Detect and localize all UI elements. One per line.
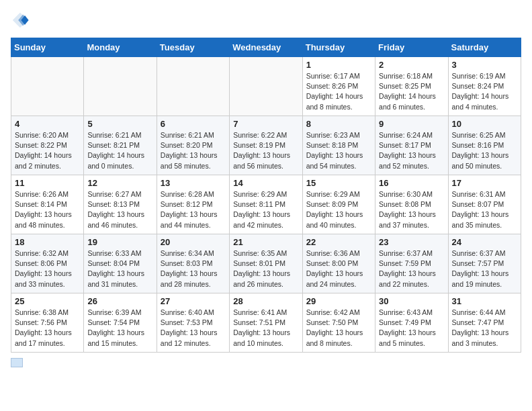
calendar-cell: 17Sunrise: 6:31 AMSunset: 8:07 PMDayligh… <box>448 175 521 234</box>
day-info: Sunrise: 6:29 AMSunset: 8:11 PMDaylight:… <box>233 189 298 230</box>
calendar-cell: 29Sunrise: 6:42 AMSunset: 7:50 PMDayligh… <box>302 293 375 353</box>
day-info: Sunrise: 6:18 AMSunset: 8:25 PMDaylight:… <box>379 71 444 112</box>
day-number: 1 <box>306 60 371 70</box>
calendar-table: SundayMondayTuesdayWednesdayThursdayFrid… <box>11 38 521 353</box>
day-number: 6 <box>161 119 226 129</box>
calendar-cell: 15Sunrise: 6:29 AMSunset: 8:09 PMDayligh… <box>302 175 375 234</box>
day-number: 9 <box>379 119 444 129</box>
day-info: Sunrise: 6:27 AMSunset: 8:13 PMDaylight:… <box>87 189 152 230</box>
header-row: SundayMondayTuesdayWednesdayThursdayFrid… <box>11 38 521 57</box>
day-info: Sunrise: 6:37 AMSunset: 7:57 PMDaylight:… <box>452 248 517 289</box>
calendar-cell: 4Sunrise: 6:20 AMSunset: 8:22 PMDaylight… <box>11 116 84 175</box>
day-number: 20 <box>161 237 226 247</box>
calendar-cell: 8Sunrise: 6:23 AMSunset: 8:18 PMDaylight… <box>302 116 375 175</box>
calendar-week-1: 1Sunrise: 6:17 AMSunset: 8:26 PMDaylight… <box>11 57 521 116</box>
day-number: 18 <box>15 237 80 247</box>
calendar-header: SundayMondayTuesdayWednesdayThursdayFrid… <box>11 38 521 57</box>
day-info: Sunrise: 6:31 AMSunset: 8:07 PMDaylight:… <box>452 189 517 230</box>
day-number: 2 <box>379 60 444 70</box>
day-number: 28 <box>233 296 298 306</box>
calendar-cell <box>157 57 229 116</box>
day-number: 8 <box>306 119 371 129</box>
day-number: 14 <box>233 178 298 188</box>
calendar-cell: 16Sunrise: 6:30 AMSunset: 8:08 PMDayligh… <box>375 175 448 234</box>
day-info: Sunrise: 6:41 AMSunset: 7:51 PMDaylight:… <box>233 308 298 349</box>
calendar-cell <box>84 57 157 116</box>
day-number: 21 <box>233 237 298 247</box>
day-number: 12 <box>87 178 152 188</box>
day-number: 22 <box>306 237 371 247</box>
header-day-monday: Monday <box>84 38 157 57</box>
day-info: Sunrise: 6:21 AMSunset: 8:21 PMDaylight:… <box>87 130 152 171</box>
legend <box>11 358 521 367</box>
day-number: 25 <box>15 296 80 306</box>
day-number: 23 <box>379 237 444 247</box>
calendar-week-5: 25Sunrise: 6:38 AMSunset: 7:56 PMDayligh… <box>11 293 521 353</box>
day-number: 15 <box>306 178 371 188</box>
day-info: Sunrise: 6:36 AMSunset: 8:00 PMDaylight:… <box>306 248 371 289</box>
calendar-cell <box>11 57 84 116</box>
header <box>11 11 521 30</box>
header-day-tuesday: Tuesday <box>157 38 229 57</box>
calendar-cell: 7Sunrise: 6:22 AMSunset: 8:19 PMDaylight… <box>230 116 302 175</box>
header-day-sunday: Sunday <box>11 38 84 57</box>
calendar-cell: 23Sunrise: 6:37 AMSunset: 7:59 PMDayligh… <box>375 234 448 293</box>
calendar-cell: 26Sunrise: 6:39 AMSunset: 7:54 PMDayligh… <box>84 293 157 353</box>
day-number: 30 <box>379 296 444 306</box>
day-number: 26 <box>87 296 152 306</box>
calendar-cell: 11Sunrise: 6:26 AMSunset: 8:14 PMDayligh… <box>11 175 84 234</box>
calendar-cell: 13Sunrise: 6:28 AMSunset: 8:12 PMDayligh… <box>157 175 229 234</box>
calendar-cell: 25Sunrise: 6:38 AMSunset: 7:56 PMDayligh… <box>11 293 84 353</box>
calendar-cell: 14Sunrise: 6:29 AMSunset: 8:11 PMDayligh… <box>230 175 302 234</box>
day-info: Sunrise: 6:43 AMSunset: 7:49 PMDaylight:… <box>379 308 444 349</box>
logo <box>11 11 32 30</box>
calendar-cell: 21Sunrise: 6:35 AMSunset: 8:01 PMDayligh… <box>230 234 302 293</box>
calendar-cell: 27Sunrise: 6:40 AMSunset: 7:53 PMDayligh… <box>157 293 229 353</box>
day-number: 10 <box>452 119 517 129</box>
day-number: 7 <box>233 119 298 129</box>
calendar-cell: 6Sunrise: 6:21 AMSunset: 8:20 PMDaylight… <box>157 116 229 175</box>
day-number: 16 <box>379 178 444 188</box>
day-info: Sunrise: 6:42 AMSunset: 7:50 PMDaylight:… <box>306 308 371 349</box>
day-number: 27 <box>161 296 226 306</box>
calendar-cell: 22Sunrise: 6:36 AMSunset: 8:00 PMDayligh… <box>302 234 375 293</box>
day-info: Sunrise: 6:37 AMSunset: 7:59 PMDaylight:… <box>379 248 444 289</box>
calendar-cell: 3Sunrise: 6:19 AMSunset: 8:24 PMDaylight… <box>448 57 521 116</box>
day-info: Sunrise: 6:39 AMSunset: 7:54 PMDaylight:… <box>87 308 152 349</box>
day-info: Sunrise: 6:30 AMSunset: 8:08 PMDaylight:… <box>379 189 444 230</box>
calendar-cell: 28Sunrise: 6:41 AMSunset: 7:51 PMDayligh… <box>230 293 302 353</box>
day-info: Sunrise: 6:44 AMSunset: 7:47 PMDaylight:… <box>452 308 517 349</box>
day-info: Sunrise: 6:32 AMSunset: 8:06 PMDaylight:… <box>15 248 80 289</box>
day-info: Sunrise: 6:17 AMSunset: 8:26 PMDaylight:… <box>306 71 371 112</box>
day-number: 17 <box>452 178 517 188</box>
calendar-cell: 9Sunrise: 6:24 AMSunset: 8:17 PMDaylight… <box>375 116 448 175</box>
calendar-cell: 2Sunrise: 6:18 AMSunset: 8:25 PMDaylight… <box>375 57 448 116</box>
day-info: Sunrise: 6:28 AMSunset: 8:12 PMDaylight:… <box>161 189 226 230</box>
day-info: Sunrise: 6:19 AMSunset: 8:24 PMDaylight:… <box>452 71 517 112</box>
calendar-cell: 12Sunrise: 6:27 AMSunset: 8:13 PMDayligh… <box>84 175 157 234</box>
day-info: Sunrise: 6:22 AMSunset: 8:19 PMDaylight:… <box>233 130 298 171</box>
day-number: 31 <box>452 296 517 306</box>
calendar-cell: 10Sunrise: 6:25 AMSunset: 8:16 PMDayligh… <box>448 116 521 175</box>
calendar-cell: 24Sunrise: 6:37 AMSunset: 7:57 PMDayligh… <box>448 234 521 293</box>
day-info: Sunrise: 6:23 AMSunset: 8:18 PMDaylight:… <box>306 130 371 171</box>
day-info: Sunrise: 6:35 AMSunset: 8:01 PMDaylight:… <box>233 248 298 289</box>
calendar-cell: 31Sunrise: 6:44 AMSunset: 7:47 PMDayligh… <box>448 293 521 353</box>
day-info: Sunrise: 6:26 AMSunset: 8:14 PMDaylight:… <box>15 189 80 230</box>
day-number: 19 <box>87 237 152 247</box>
day-info: Sunrise: 6:38 AMSunset: 7:56 PMDaylight:… <box>15 308 80 349</box>
header-day-thursday: Thursday <box>302 38 375 57</box>
calendar-cell <box>230 57 302 116</box>
calendar-cell: 18Sunrise: 6:32 AMSunset: 8:06 PMDayligh… <box>11 234 84 293</box>
day-number: 13 <box>161 178 226 188</box>
day-number: 5 <box>87 119 152 129</box>
calendar-cell: 5Sunrise: 6:21 AMSunset: 8:21 PMDaylight… <box>84 116 157 175</box>
day-number: 4 <box>15 119 80 129</box>
calendar-week-3: 11Sunrise: 6:26 AMSunset: 8:14 PMDayligh… <box>11 175 521 234</box>
header-day-wednesday: Wednesday <box>230 38 302 57</box>
logo-icon <box>11 11 30 30</box>
day-info: Sunrise: 6:40 AMSunset: 7:53 PMDaylight:… <box>161 308 226 349</box>
day-number: 3 <box>452 60 517 70</box>
day-info: Sunrise: 6:33 AMSunset: 8:04 PMDaylight:… <box>87 248 152 289</box>
calendar-body: 1Sunrise: 6:17 AMSunset: 8:26 PMDaylight… <box>11 57 521 353</box>
